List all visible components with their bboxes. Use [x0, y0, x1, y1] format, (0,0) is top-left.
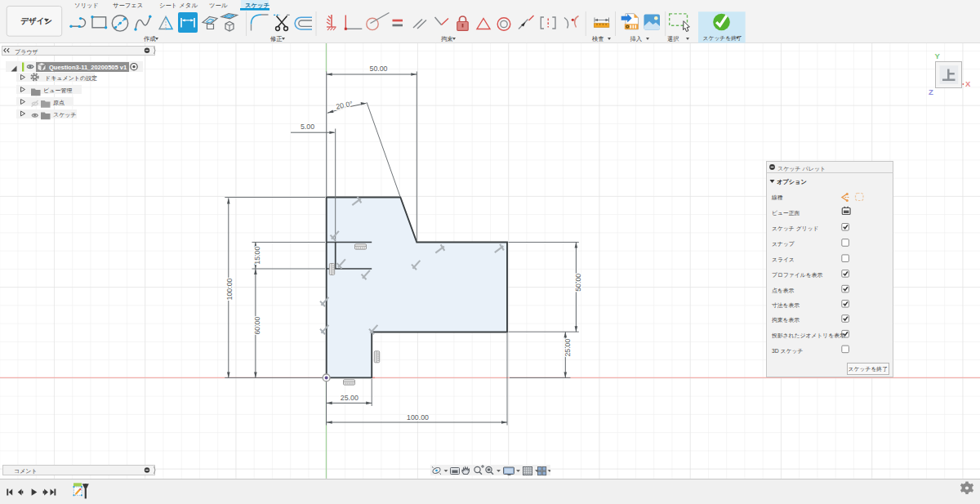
- svg-text:Z: Z: [929, 87, 933, 96]
- svg-text:100.00: 100.00: [407, 413, 429, 421]
- svg-text:50.00: 50.00: [369, 65, 387, 73]
- svg-text:100.00: 100.00: [225, 278, 234, 300]
- svg-text:5.00: 5.00: [301, 123, 314, 131]
- svg-text:25.00: 25.00: [341, 394, 359, 402]
- svg-text:25.00: 25.00: [564, 338, 572, 356]
- svg-text:15.00: 15.00: [253, 247, 261, 265]
- svg-text:60.00: 60.00: [253, 316, 261, 334]
- svg-text:Y: Y: [935, 51, 941, 60]
- svg-text:50.00: 50.00: [574, 274, 582, 292]
- svg-text:X: X: [965, 79, 971, 88]
